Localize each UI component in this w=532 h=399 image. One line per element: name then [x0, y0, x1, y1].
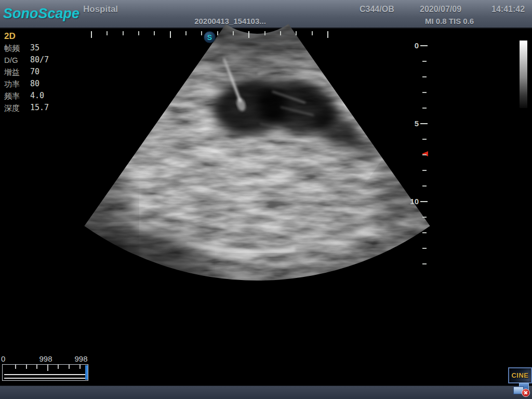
error-badge-icon	[522, 389, 530, 397]
cine-start-frame: 0	[1, 354, 5, 363]
cine-scrollbar[interactable]: 0 998 998	[0, 354, 99, 383]
param-row-framerate: 帧频 35	[4, 42, 49, 54]
cine-track	[4, 374, 85, 379]
cine-ruler-ticks[interactable]	[2, 364, 88, 381]
param-row-power: 功率 80	[4, 78, 49, 90]
param-label: 频率	[4, 90, 30, 102]
cine-button[interactable]: CINE	[508, 367, 532, 383]
ultrasound-fan	[66, 16, 475, 295]
bottom-status-bar	[0, 385, 532, 399]
ultrasound-image[interactable]	[0, 0, 532, 399]
orientation-marker-letter: S	[207, 33, 212, 42]
param-label: 帧频	[4, 42, 30, 54]
param-row-gain: 增益 70	[4, 66, 49, 78]
param-label: 增益	[4, 66, 30, 78]
param-label: 功率	[4, 78, 30, 90]
param-row-frequency: 频率 4.0	[4, 90, 49, 102]
cine-current-frame: 998	[31, 354, 60, 363]
mode-label: 2D	[4, 31, 49, 42]
param-value: 35	[30, 42, 39, 54]
param-label: D/G	[4, 54, 30, 66]
param-value: 80/7	[30, 54, 49, 66]
image-params-panel: 2D 帧频 35 D/G 80/7 增益 70 功率 80 频率 4.0 深度 …	[4, 31, 49, 114]
param-value: 15.7	[30, 102, 49, 114]
param-value: 70	[30, 66, 39, 78]
network-disconnected-icon	[512, 383, 531, 397]
grayscale-bar	[520, 41, 527, 108]
param-label: 深度	[4, 102, 30, 114]
cine-button-label: CINE	[511, 371, 528, 379]
cine-position-marker[interactable]	[85, 365, 88, 380]
param-row-depth: 深度 15.7	[4, 102, 49, 114]
param-value: 4.0	[30, 90, 44, 102]
cine-total-frames: 998	[66, 354, 96, 363]
param-value: 80	[30, 78, 39, 90]
param-row-dg: D/G 80/7	[4, 54, 49, 66]
ultrasound-screen: 0 5 10 S SonoScape Hospital 20200413_154…	[0, 0, 532, 399]
orientation-marker-icon: S	[204, 31, 216, 43]
